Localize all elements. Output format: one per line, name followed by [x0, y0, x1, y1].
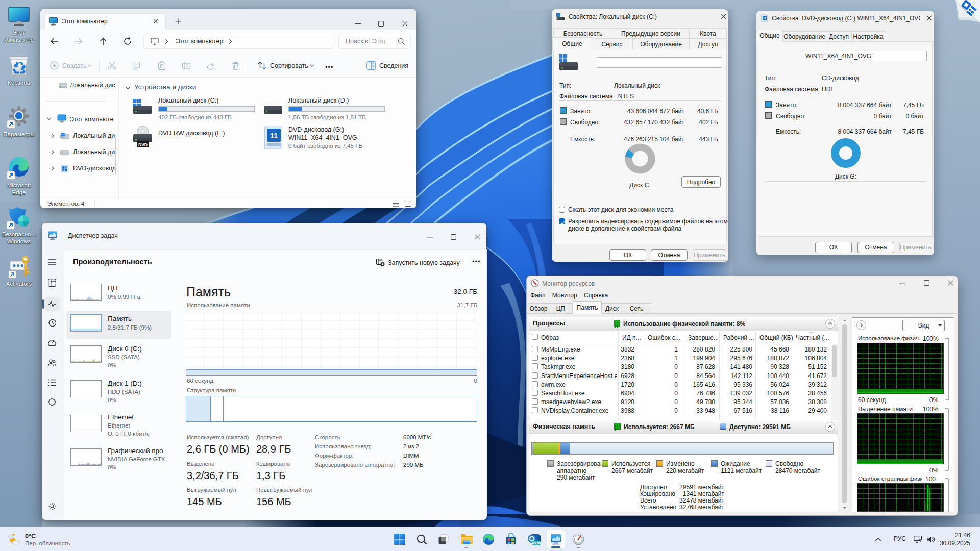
svg-text:11: 11	[763, 17, 766, 20]
svg-text:DVD: DVD	[138, 142, 148, 147]
svg-text:NEW: NEW	[532, 541, 541, 545]
svg-text:11: 11	[270, 131, 278, 140]
